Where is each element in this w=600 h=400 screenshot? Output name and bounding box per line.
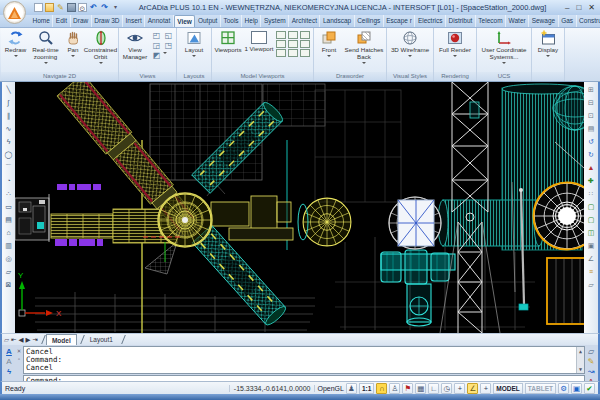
flag-icon[interactable]: ⚑ [402, 383, 413, 394]
sketch-tool-icon[interactable]: ϟ [7, 135, 11, 148]
command-scrollbar[interactable]: ▲ ▼ [576, 347, 584, 373]
list-icon[interactable]: ≡ [589, 265, 593, 278]
viewport-layout-icon[interactable] [300, 49, 310, 57]
curve-tool-icon[interactable]: ∿ [6, 122, 12, 135]
tab-gas[interactable]: Gas [559, 15, 577, 27]
layer-sheet-icon[interactable]: ▱ [588, 347, 594, 356]
shape-tool-icon[interactable]: ▱ [6, 265, 11, 278]
quick-calc-icon[interactable]: ϟ [7, 367, 11, 376]
add-icon[interactable]: ✚ [588, 174, 594, 187]
osnap-toggle-icon[interactable]: + [454, 383, 465, 394]
tab-insert[interactable]: Insert [123, 15, 145, 27]
tab-sewage[interactable]: Sewage [529, 15, 559, 27]
new-file-icon[interactable] [34, 3, 43, 12]
arc-tool-icon[interactable]: ⌒ [5, 161, 12, 174]
block-icon[interactable]: ▢ [588, 200, 595, 213]
point-tool-icon[interactable]: ∴ [6, 187, 10, 200]
group-icon[interactable]: ▢ [588, 213, 595, 226]
text-style-icon[interactable]: A [6, 347, 12, 356]
undo-icon[interactable]: ↶ [89, 3, 98, 12]
grid-toggle-icon[interactable]: ▦ [415, 383, 426, 394]
tab-landscape[interactable]: Landscap [320, 15, 354, 27]
spline-tool-icon[interactable]: ∫ [8, 96, 10, 109]
hatch-tool-icon[interactable]: ▤ [5, 213, 12, 226]
double-line-tool-icon[interactable]: ∥ [7, 109, 11, 122]
viewports-button[interactable]: Viewports [213, 29, 243, 72]
tab-tools[interactable]: Tools [221, 15, 242, 27]
viewport-split-horizontal-icon[interactable] [276, 40, 286, 48]
tab-system[interactable]: System [261, 15, 289, 27]
full-render-button[interactable]: Full Render [435, 29, 475, 72]
nav-last-button[interactable]: ⇥ [32, 336, 37, 344]
polygon-tool-icon[interactable]: ⌂ [6, 226, 10, 239]
line-tool-icon[interactable]: ╲ [6, 83, 10, 96]
front-button[interactable]: Front [315, 29, 343, 72]
nav-first-button[interactable]: ⇤ [11, 336, 16, 344]
annotation-scale[interactable]: 1:1 [359, 383, 374, 394]
scroll-down-icon[interactable]: ▼ [579, 365, 582, 373]
circle-tool-icon[interactable]: ◯ [5, 148, 13, 161]
otrack-toggle-icon[interactable]: ∠ [467, 383, 478, 394]
display-button[interactable]: Display [533, 29, 563, 72]
tab-telecom[interactable]: Telecom [476, 15, 506, 27]
save-icon[interactable] [67, 3, 76, 12]
array-icon[interactable]: ▤ [588, 122, 595, 135]
tab-distribution[interactable]: Distribut [446, 15, 476, 27]
3d-wireframe-button[interactable]: 3D Wireframe [388, 29, 432, 72]
split-view-icon[interactable]: ◫ [588, 226, 595, 239]
minimize-button[interactable]: – [565, 2, 569, 14]
viewport-layout-icon[interactable] [288, 49, 298, 57]
preview-icon[interactable]: ⊙ [78, 3, 87, 12]
tab-view[interactable]: View [174, 15, 196, 27]
tab-electrics[interactable]: Electrics [415, 15, 446, 27]
grid-points-icon[interactable]: ∷ [589, 187, 593, 200]
tablet-toggle[interactable]: TABLET [525, 383, 556, 394]
app-logo-icon[interactable] [3, 1, 26, 24]
toolbar-options-icon[interactable]: ▾ [111, 3, 120, 12]
viewport-split-vertical-icon[interactable] [276, 31, 286, 39]
display-monitor-icon[interactable]: ▣ [571, 383, 582, 394]
one-viewport-button[interactable]: 1 Viewport [243, 29, 275, 72]
ucs-button[interactable]: User Coordinate Systems... [478, 29, 530, 72]
view-iso-icon[interactable]: ◩ [151, 51, 162, 60]
rectangle-tool-icon[interactable]: ▭ [5, 200, 12, 213]
send-hatches-back-button[interactable]: Send Hatches Back [343, 29, 385, 72]
tab-draw3d[interactable]: Draw 3D [92, 15, 123, 27]
open-file-icon[interactable] [45, 3, 54, 12]
ortho-toggle-icon[interactable]: ∟ [428, 383, 439, 394]
maximize-button[interactable]: □ [576, 2, 581, 14]
viewport-layout-icon[interactable] [288, 31, 298, 39]
tab-home[interactable]: Home [30, 15, 53, 27]
tab-ceilings[interactable]: Ceilings [355, 15, 384, 27]
tab-annotate[interactable]: Annotat [145, 15, 173, 27]
stamp-icon[interactable]: ⊡ [588, 109, 594, 122]
image-tool-icon[interactable]: ⊠ [6, 278, 12, 291]
polar-toggle-icon[interactable]: ◷ [441, 383, 452, 394]
model-space-toggle[interactable]: MODEL [493, 383, 522, 394]
coordinates-readout[interactable]: -15.3334,-0.6141,0.0000 [229, 385, 316, 392]
viewport-layout-icon[interactable] [300, 40, 310, 48]
tab-layout1[interactable]: Layout1 [85, 334, 118, 345]
crosshair-toggle-icon[interactable]: + [480, 383, 491, 394]
tab-model[interactable]: Model [46, 334, 77, 345]
tab-help[interactable]: Help [242, 15, 261, 27]
tab-output[interactable]: Output [195, 15, 221, 27]
command-close-icon[interactable]: ✕ [17, 348, 22, 354]
view-back-icon[interactable]: ◲ [151, 41, 162, 50]
region-tool-icon[interactable]: ▥ [5, 239, 12, 252]
copy-icon[interactable]: ⊞ [588, 83, 594, 96]
sheet-icon[interactable]: ▱ [588, 278, 593, 291]
annotation-bell-icon[interactable]: ∩ [376, 383, 387, 394]
text-style-alt-icon[interactable]: A [6, 357, 11, 366]
pan-button[interactable]: Pan [62, 29, 84, 72]
edit-icon[interactable]: ✎ [56, 3, 65, 12]
layout-button[interactable]: Layout [178, 29, 210, 72]
annotation-person-icon[interactable]: ♟ [346, 383, 357, 394]
command-pin-icon[interactable]: ▫ [18, 356, 20, 362]
command-history[interactable]: Cancel Command: Cancel ▲ ▼ [23, 346, 585, 374]
measure-angle-icon[interactable]: ∠ [588, 252, 594, 265]
camera-view-icon[interactable]: ◱ [163, 31, 174, 40]
constrained-orbit-button[interactable]: Constrained Orbit [84, 29, 117, 72]
view-front-icon[interactable]: ◳ [163, 41, 174, 50]
ring-tool-icon[interactable]: ◎ [5, 252, 11, 265]
